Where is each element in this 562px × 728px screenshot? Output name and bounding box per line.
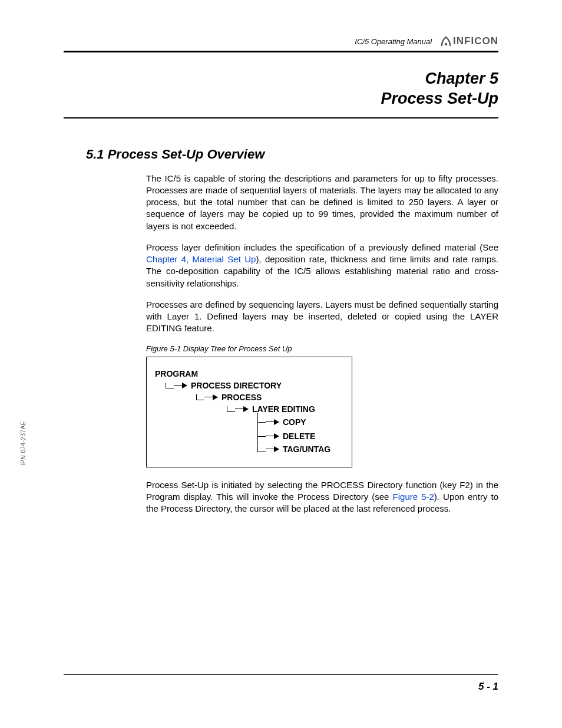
figure-box: PROGRAM PROCESS DIRECTORY PROCESS LAYER … (146, 357, 352, 467)
side-ipn-label: IPN 074-237AE (20, 421, 27, 466)
tree-label-program: PROGRAM (155, 369, 198, 378)
paragraph-2a: Process layer definition includes the sp… (146, 242, 498, 252)
chapter-line2: Process Set-Up (64, 89, 498, 109)
brand-icon (440, 35, 452, 47)
tree-node-program: PROGRAM (155, 369, 343, 378)
arrow-icon (274, 446, 279, 452)
tree-node-delete: DELETE (155, 430, 343, 442)
tree-label-delete: DELETE (283, 431, 315, 441)
footer: 5 - 1 (64, 674, 498, 693)
chapter-rule (64, 117, 498, 118)
header-row: IC/5 Operating Manual INFICON (64, 35, 498, 51)
brand-text: INFICON (453, 35, 498, 47)
paragraph-4: Process Set-Up is initiated by selecting… (146, 479, 498, 515)
tree-node-process-directory: PROCESS DIRECTORY (155, 381, 343, 390)
link-chapter-4[interactable]: Chapter 4, Material Set Up (146, 254, 256, 264)
body-block: The IC/5 is capable of storing the descr… (146, 173, 498, 515)
paragraph-3: Processes are defined by sequencing laye… (146, 299, 498, 335)
tree-label-layer-editing: LAYER EDITING (252, 404, 315, 414)
arrow-icon (274, 419, 279, 425)
arrow-icon (182, 383, 187, 388)
tree-node-process: PROCESS (155, 393, 343, 402)
paragraph-2: Process layer definition includes the sp… (146, 242, 498, 289)
arrow-icon (243, 406, 249, 412)
paragraph-1: The IC/5 is capable of storing the descr… (146, 173, 498, 232)
tree-label-copy: COPY (283, 417, 306, 427)
tree-node-layer-editing: LAYER EDITING (155, 404, 343, 414)
tree-node-taguntag: TAG/UNTAG (155, 444, 343, 454)
tree-label-process: PROCESS (222, 393, 262, 402)
chapter-title: Chapter 5 Process Set-Up (64, 69, 498, 109)
manual-title: IC/5 Operating Manual (355, 37, 432, 47)
arrow-icon (213, 394, 218, 400)
section-heading: 5.1 Process Set-Up Overview (86, 147, 498, 162)
brand-logo: INFICON (440, 35, 498, 47)
link-figure-5-2[interactable]: Figure 5-2 (393, 492, 434, 502)
arrow-icon (274, 433, 279, 439)
chapter-line1: Chapter 5 (64, 69, 498, 89)
svg-point-0 (445, 43, 447, 45)
figure-caption: Figure 5-1 Display Tree for Process Set … (146, 344, 498, 353)
tree-node-copy: COPY (155, 416, 343, 428)
page-number: 5 - 1 (64, 681, 498, 693)
header-rule (64, 51, 498, 52)
page: IC/5 Operating Manual INFICON Chapter 5 … (0, 0, 562, 728)
tree-label-process-directory: PROCESS DIRECTORY (191, 381, 282, 390)
footer-rule (64, 674, 498, 675)
tree-label-taguntag: TAG/UNTAG (283, 444, 330, 454)
